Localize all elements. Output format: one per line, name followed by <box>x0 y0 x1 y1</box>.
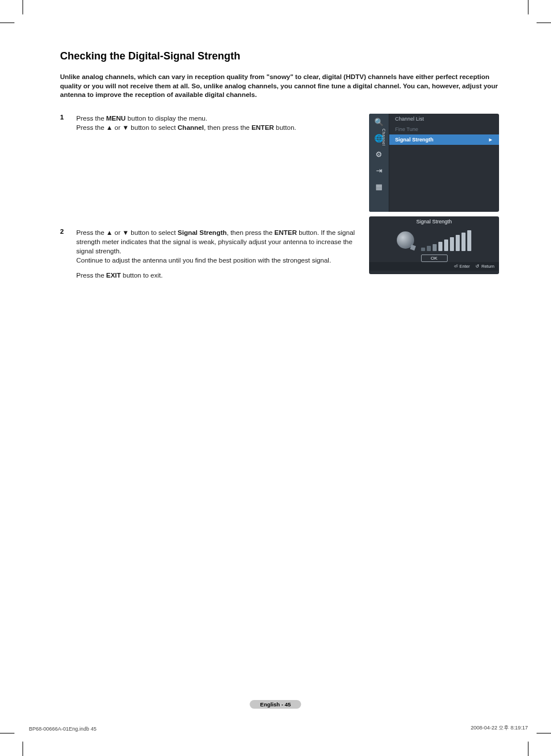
text: button to display the menu. <box>126 115 207 122</box>
osd-menu: 🔍 🌐 ⚙ ⇥ ▦ Channel Channel List Fine Tune… <box>369 114 499 212</box>
enter-hint: ⏎ Enter <box>454 264 470 269</box>
input-icon: ⇥ <box>374 166 384 176</box>
exit-label: EXIT <box>106 272 121 279</box>
app-icon: ▦ <box>374 182 384 192</box>
crop-mark <box>23 742 23 756</box>
osd-item-signal-strength: Signal Strength ► <box>389 134 499 145</box>
osd-item-label: Signal Strength <box>395 137 434 143</box>
channel-label: Channel <box>178 124 204 131</box>
doc-footer-left: BP68-00666A-01Eng.indb 45 <box>29 726 96 732</box>
text: , then press the <box>227 229 274 236</box>
enter-label: Enter <box>460 264 470 269</box>
crop-mark <box>23 0 23 14</box>
return-hint: ↺ Return <box>475 264 494 269</box>
step-number: 1 <box>60 114 76 132</box>
signal-strength-label: Signal Strength <box>178 229 227 236</box>
menu-label: MENU <box>106 115 126 122</box>
gear-icon: ⚙ <box>374 149 384 160</box>
enter-label: ENTER <box>274 229 297 236</box>
text: Press the ▲ or ▼ button to select <box>76 124 178 131</box>
osd-menu-list: Channel Channel List Fine Tune Signal St… <box>389 114 499 212</box>
ok-button: OK <box>421 255 448 262</box>
crop-mark <box>528 742 528 756</box>
signal-bars-icon <box>421 229 471 251</box>
text: Press the <box>76 115 106 122</box>
exit-line: Press the EXIT button to exit. <box>76 271 359 280</box>
signal-panel-footer: ⏎ Enter ↺ Return <box>369 262 499 271</box>
crop-mark <box>528 0 528 14</box>
text: button to exit. <box>121 272 162 279</box>
osd-tab-label: Channel <box>382 129 386 146</box>
steps-area: 🔍 🌐 ⚙ ⇥ ▦ Channel Channel List Fine Tune… <box>60 114 499 280</box>
crop-mark <box>537 733 551 733</box>
step-body: Press the MENU button to display the men… <box>76 114 296 132</box>
page-number-badge: English - 45 <box>250 700 301 709</box>
magnifier-icon: 🔍 <box>374 117 384 128</box>
text: Continue to adjust the antenna until you… <box>76 257 331 264</box>
step-number: 2 <box>60 228 76 280</box>
text: Press the <box>76 272 106 279</box>
section-title: Checking the Digital-Signal Strength <box>60 50 499 62</box>
crop-mark <box>0 23 14 23</box>
return-label: Return <box>481 264 494 269</box>
enter-label: ENTER <box>251 124 274 131</box>
step-body: Press the ▲ or ▼ button to select Signal… <box>76 228 359 280</box>
chevron-right-icon: ► <box>488 137 493 143</box>
signal-panel-title: Signal Strength <box>369 216 499 226</box>
osd-icon-column: 🔍 🌐 ⚙ ⇥ ▦ <box>369 114 389 212</box>
doc-footer-right: 2008-04-22 오후 8:19:17 <box>471 724 528 732</box>
text: Press the ▲ or ▼ button to select <box>76 229 178 236</box>
osd-item-channel-list: Channel List <box>389 114 499 124</box>
signal-strength-panel: Signal Strength OK ⏎ Enter ↺ Return <box>369 216 499 274</box>
intro-paragraph: Unlike analog channels, which can vary i… <box>60 73 499 100</box>
crop-mark <box>0 733 14 733</box>
crop-mark <box>537 23 551 23</box>
signal-panel-body <box>369 226 499 255</box>
page-content: Checking the Digital-Signal Strength Unl… <box>60 50 499 289</box>
text: button. <box>274 124 296 131</box>
osd-item-fine-tune: Fine Tune <box>389 124 499 134</box>
satellite-dish-icon <box>397 231 414 249</box>
text: , then press the <box>204 124 251 131</box>
